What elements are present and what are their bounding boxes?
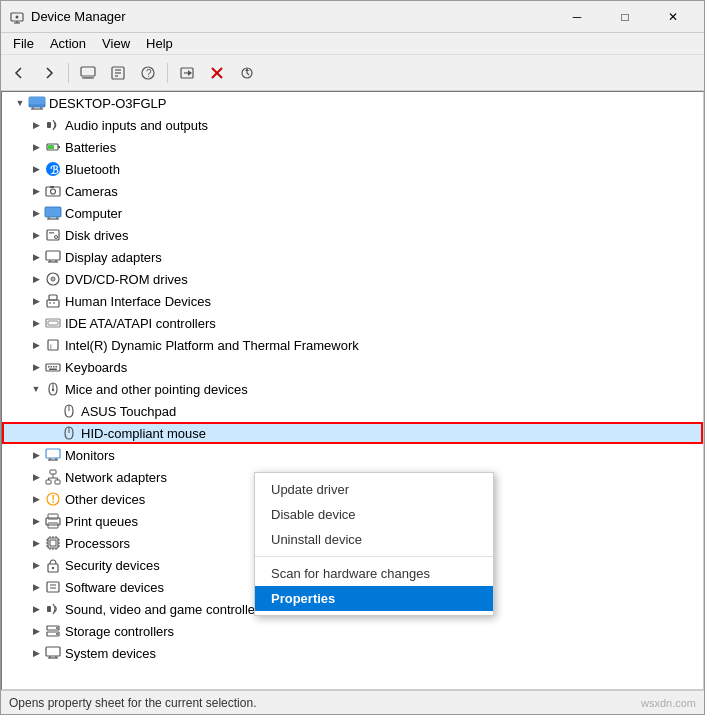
maximize-button[interactable]: □: [602, 3, 648, 31]
mice-expand[interactable]: ▼: [28, 381, 44, 397]
tree-item-monitors[interactable]: ▶ Monitors: [2, 444, 703, 466]
device-tree[interactable]: ▼ DESKTOP-O3FGLP ▶ Audio inputs and outp…: [1, 91, 704, 690]
tree-item-batteries[interactable]: ▶ Batteries: [2, 136, 703, 158]
back-button[interactable]: [5, 59, 33, 87]
menu-action[interactable]: Action: [42, 34, 94, 53]
dvd-icon: [44, 270, 62, 288]
tree-item-disk[interactable]: ▶ Disk drives: [2, 224, 703, 246]
svg-point-32: [51, 189, 56, 194]
toolbar-sep-2: [167, 63, 168, 83]
remove-button[interactable]: [203, 59, 231, 87]
batteries-expand[interactable]: ▶: [28, 139, 44, 155]
dvd-expand[interactable]: ▶: [28, 271, 44, 287]
tree-item-ide[interactable]: ▶ IDE ATA/ATAPI controllers: [2, 312, 703, 334]
menu-file[interactable]: File: [5, 34, 42, 53]
cameras-expand[interactable]: ▶: [28, 183, 44, 199]
forward-button[interactable]: [35, 59, 63, 87]
network-expand[interactable]: ▶: [28, 469, 44, 485]
svg-rect-72: [46, 480, 51, 484]
batteries-icon: [44, 138, 62, 156]
mice-label: Mice and other pointing devices: [65, 382, 248, 397]
svg-rect-107: [46, 647, 60, 656]
context-uninstall-device[interactable]: Uninstall device: [255, 527, 493, 552]
network-label: Network adapters: [65, 470, 167, 485]
properties-button[interactable]: [104, 59, 132, 87]
processors-label: Processors: [65, 536, 130, 551]
asus-icon: [60, 402, 78, 420]
svg-point-64: [52, 389, 54, 391]
system-icon: [44, 644, 62, 662]
menu-help[interactable]: Help: [138, 34, 181, 53]
monitors-expand[interactable]: ▶: [28, 447, 44, 463]
tree-item-computer[interactable]: ▶ Computer: [2, 202, 703, 224]
other-label: Other devices: [65, 492, 145, 507]
other-expand[interactable]: ▶: [28, 491, 44, 507]
tree-item-mice[interactable]: ▼ Mice and other pointing devices: [2, 378, 703, 400]
disk-expand[interactable]: ▶: [28, 227, 44, 243]
other-icon: !: [44, 490, 62, 508]
tree-item-bluetooth[interactable]: ▶ ℬ Bluetooth: [2, 158, 703, 180]
sound-expand[interactable]: ▶: [28, 601, 44, 617]
scan-button[interactable]: [173, 59, 201, 87]
context-properties[interactable]: Properties: [255, 586, 493, 611]
app-icon: [9, 9, 25, 25]
tree-item-dvd[interactable]: ▶ DVD/CD-ROM drives: [2, 268, 703, 290]
intel-icon: i: [44, 336, 62, 354]
storage-expand[interactable]: ▶: [28, 623, 44, 639]
svg-rect-4: [81, 67, 95, 76]
tree-root[interactable]: ▼ DESKTOP-O3FGLP: [2, 92, 703, 114]
tree-item-asus[interactable]: ▶ ASUS Touchpad: [2, 400, 703, 422]
system-expand[interactable]: ▶: [28, 645, 44, 661]
security-expand[interactable]: ▶: [28, 557, 44, 573]
update-button[interactable]: [233, 59, 261, 87]
toolbar-sep-1: [68, 63, 69, 83]
minimize-button[interactable]: ─: [554, 3, 600, 31]
help-button[interactable]: ?: [134, 59, 162, 87]
title-bar: Device Manager ─ □ ✕: [1, 1, 704, 33]
svg-rect-58: [48, 366, 50, 368]
ide-label: IDE ATA/ATAPI controllers: [65, 316, 216, 331]
tree-item-hid-mouse[interactable]: ▶ HID-compliant mouse: [2, 422, 703, 444]
bluetooth-expand[interactable]: ▶: [28, 161, 44, 177]
bluetooth-icon: ℬ: [44, 160, 62, 178]
processors-expand[interactable]: ▶: [28, 535, 44, 551]
cameras-label: Cameras: [65, 184, 118, 199]
hid-mouse-label: HID-compliant mouse: [81, 426, 206, 441]
svg-rect-31: [46, 187, 60, 196]
computer-expand[interactable]: ▶: [28, 205, 44, 221]
cameras-icon: [44, 182, 62, 200]
tree-item-audio[interactable]: ▶ Audio inputs and outputs: [2, 114, 703, 136]
tree-item-cameras[interactable]: ▶ Cameras: [2, 180, 703, 202]
svg-point-3: [16, 15, 19, 18]
close-button[interactable]: ✕: [650, 3, 696, 31]
hid-expand[interactable]: ▶: [28, 293, 44, 309]
ide-expand[interactable]: ▶: [28, 315, 44, 331]
storage-label: Storage controllers: [65, 624, 174, 639]
monitors-label: Monitors: [65, 448, 115, 463]
menu-bar: File Action View Help: [1, 33, 704, 55]
display-expand[interactable]: ▶: [28, 249, 44, 265]
tree-item-intel[interactable]: ▶ i Intel(R) Dynamic Platform and Therma…: [2, 334, 703, 356]
tree-item-hid[interactable]: ▶ Human Interface Devices: [2, 290, 703, 312]
security-icon: [44, 556, 62, 574]
disk-label: Disk drives: [65, 228, 129, 243]
tree-item-keyboards[interactable]: ▶ Keyboards: [2, 356, 703, 378]
keyboards-expand[interactable]: ▶: [28, 359, 44, 375]
svg-text:i: i: [50, 342, 52, 351]
tree-item-system[interactable]: ▶ System devices: [2, 642, 703, 664]
intel-expand[interactable]: ▶: [28, 337, 44, 353]
watermark: wsxdn.com: [641, 697, 696, 709]
tree-item-display[interactable]: ▶ Display adapters: [2, 246, 703, 268]
print-expand[interactable]: ▶: [28, 513, 44, 529]
computer-button[interactable]: [74, 59, 102, 87]
context-disable-device[interactable]: Disable device: [255, 502, 493, 527]
root-expand[interactable]: ▼: [12, 95, 28, 111]
menu-view[interactable]: View: [94, 34, 138, 53]
context-update-driver[interactable]: Update driver: [255, 477, 493, 502]
display-icon: [44, 248, 62, 266]
tree-item-storage[interactable]: ▶ Storage controllers: [2, 620, 703, 642]
audio-expand[interactable]: ▶: [28, 117, 44, 133]
software-expand[interactable]: ▶: [28, 579, 44, 595]
print-icon: [44, 512, 62, 530]
context-scan-hardware[interactable]: Scan for hardware changes: [255, 561, 493, 586]
